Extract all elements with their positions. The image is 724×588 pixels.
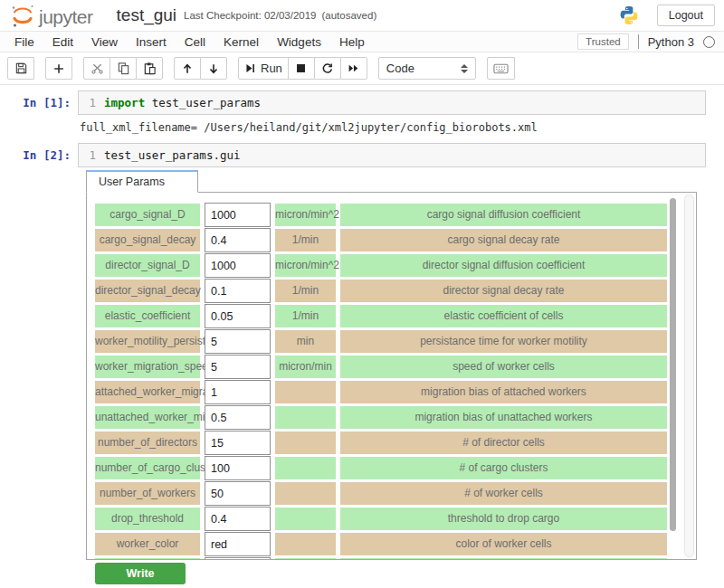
python-logo-icon (619, 5, 639, 25)
param-value-input[interactable] (205, 431, 271, 455)
code-text-2: test_user_params.gui (104, 148, 241, 162)
param-row: drop_threshold threshold to drop cargo (95, 507, 696, 530)
command-palette-button[interactable] (487, 57, 515, 80)
notebook-title[interactable]: test_gui (117, 5, 177, 25)
param-row: worker_migration_speed micron/min speed … (95, 356, 696, 378)
param-value-input[interactable] (205, 228, 271, 252)
param-value-input[interactable] (205, 557, 271, 560)
param-name: elastic_coefficient (95, 305, 200, 327)
param-units: 1/min (275, 229, 336, 251)
menubar: FileEditViewInsertCellKernelWidgetsHelp … (0, 31, 724, 52)
param-units: min (275, 330, 336, 353)
param-value-input[interactable] (205, 329, 271, 354)
checkpoint-text: Last Checkpoint: 02/03/2019 (184, 10, 316, 21)
param-units (275, 558, 336, 560)
param-value-input[interactable] (205, 304, 271, 328)
jupyter-logo[interactable]: jupyter (9, 3, 93, 28)
param-name (95, 558, 200, 560)
param-name: unattached_worker_migr... (95, 406, 200, 429)
param-value-input[interactable] (205, 253, 271, 278)
widget-output: User Params cargo_signal_D micron/min^2 … (86, 170, 724, 584)
param-row: number_of_workers # of worker cells (95, 482, 696, 505)
cell-type-select[interactable]: Code (378, 57, 476, 80)
param-units: 1/min (275, 305, 336, 327)
param-row: unattached_worker_migr... migration bias… (95, 406, 696, 429)
logout-button[interactable]: Logout (657, 5, 715, 26)
param-desc: # of worker cells (340, 482, 667, 505)
fast-forward-icon (347, 62, 360, 74)
param-desc: migration bias of unattached workers (340, 406, 667, 429)
restart-run-all-button[interactable] (340, 57, 367, 80)
menu-help[interactable]: Help (330, 33, 374, 51)
param-desc (340, 558, 667, 560)
param-row (95, 558, 696, 560)
code-input-2[interactable]: 1 test_user_params.gui (78, 143, 706, 167)
param-value-input[interactable] (205, 405, 271, 430)
keyboard-icon (493, 62, 509, 75)
menu-file[interactable]: File (9, 33, 43, 51)
outer-scrollbar-track[interactable] (684, 194, 694, 557)
param-units (275, 406, 336, 429)
param-value-input[interactable] (205, 355, 271, 379)
restart-kernel-button[interactable] (314, 57, 341, 80)
jupyter-logo-icon (9, 3, 36, 28)
code-input-1[interactable]: 1 import test_user_params (78, 90, 706, 115)
param-value-input[interactable] (205, 456, 271, 480)
copy-icon (117, 62, 130, 75)
save-button[interactable] (7, 57, 34, 80)
menu-insert[interactable]: Insert (127, 33, 176, 51)
stop-button[interactable] (288, 57, 315, 80)
run-button[interactable]: Run (238, 57, 289, 80)
param-row: number_of_directors # of director cells (95, 432, 696, 454)
tab-user-params[interactable]: User Params (86, 170, 198, 193)
kernel-separator (638, 34, 639, 49)
param-name: cargo_signal_D (95, 204, 200, 226)
move-cell-down-button[interactable] (200, 57, 227, 80)
param-row: number_of_cargo_clusters # of cargo clus… (95, 457, 696, 479)
menu-items: FileEditViewInsertCellKernelWidgetsHelp (9, 33, 374, 51)
menu-widgets[interactable]: Widgets (268, 33, 330, 51)
run-icon (244, 62, 256, 74)
output-area-1: full_xml_filename= /Users/heiland/git/xm… (78, 115, 724, 134)
param-units (275, 533, 336, 555)
param-desc: cargo signal decay rate (340, 229, 667, 251)
param-row: worker_color color of worker cells (95, 533, 696, 555)
input-prompt-1: In [1]: (0, 90, 78, 115)
menu-kernel[interactable]: Kernel (214, 33, 268, 51)
autosaved-text: (autosaved) (322, 10, 377, 21)
vertical-scrollbar-thumb[interactable] (670, 198, 676, 531)
add-cell-button[interactable] (45, 57, 72, 80)
run-button-label: Run (261, 62, 282, 75)
param-value-input[interactable] (205, 279, 271, 303)
param-row: cargo_signal_decay 1/min cargo signal de… (95, 229, 696, 251)
copy-button[interactable] (110, 57, 137, 80)
restart-icon (321, 62, 334, 75)
paste-icon (143, 62, 157, 75)
param-value-input[interactable] (205, 532, 271, 556)
param-name: number_of_directors (95, 432, 200, 454)
param-value-input[interactable] (205, 203, 271, 227)
kernel-idle-icon (703, 36, 715, 48)
cut-button[interactable] (83, 57, 110, 80)
paste-button[interactable] (136, 57, 163, 80)
param-desc: cargo signal diffusion coefficient (340, 204, 667, 226)
move-cell-up-button[interactable] (174, 57, 201, 80)
menu-cell[interactable]: Cell (176, 33, 214, 51)
keyword-import: import (104, 96, 145, 109)
trusted-badge[interactable]: Trusted (577, 33, 629, 50)
param-name: cargo_signal_decay (95, 229, 200, 251)
param-desc: migration bias of attached workers (340, 381, 667, 403)
menu-edit[interactable]: Edit (43, 33, 82, 51)
write-button[interactable]: Write (95, 563, 186, 584)
param-row: worker_motility_persiste... min persista… (95, 330, 696, 353)
param-value-input[interactable] (205, 507, 271, 531)
param-desc: # of cargo clusters (340, 457, 667, 479)
input-prompt-2: In [2]: (0, 143, 78, 167)
param-row: director_signal_decay 1/min director sig… (95, 280, 696, 302)
menu-view[interactable]: View (82, 33, 127, 51)
param-name: number_of_workers (95, 482, 200, 505)
add-cell-icon (52, 62, 65, 75)
param-value-input[interactable] (205, 481, 271, 506)
param-value-input[interactable] (205, 380, 271, 404)
param-name: worker_migration_speed (95, 356, 200, 378)
